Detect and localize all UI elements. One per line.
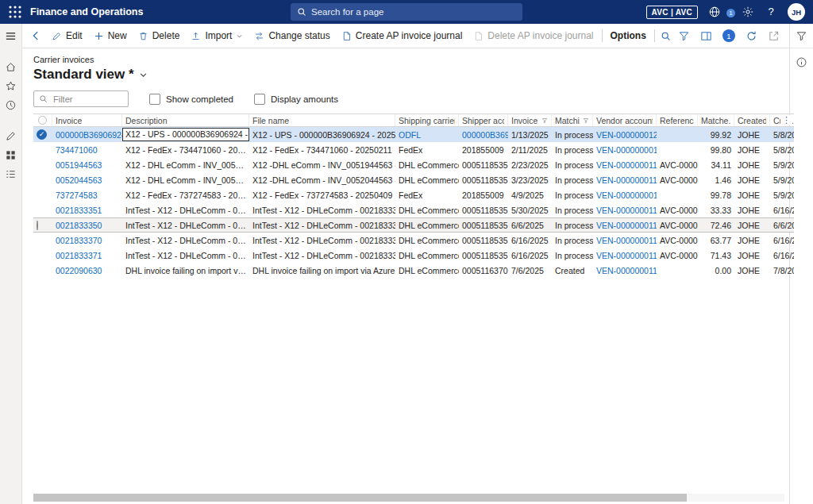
back-icon[interactable] xyxy=(30,30,41,41)
cell-invoice-link[interactable]: 0051944563 xyxy=(56,160,102,170)
cell-vendor-account-link[interactable]: VEN-000000011 xyxy=(596,221,657,230)
cell-invoice-link[interactable]: 0021833351 xyxy=(56,206,102,215)
app-title[interactable]: Finance and Operations xyxy=(30,6,143,17)
column-header-select[interactable] xyxy=(33,114,52,126)
cell-invoice[interactable]: 000000B36906924 xyxy=(52,130,122,140)
cell-vendor-account[interactable]: VEN-000000011 xyxy=(593,175,657,185)
cell-vendor-account[interactable]: VEN-000000011 xyxy=(593,266,657,275)
row-select-circle-icon[interactable] xyxy=(37,221,38,230)
options-button[interactable]: Options xyxy=(605,24,652,48)
view-selector[interactable]: Standard view * xyxy=(33,67,789,83)
show-completed-checkbox[interactable]: Show completed xyxy=(149,94,233,105)
favorites-icon[interactable] xyxy=(5,80,17,92)
home-icon[interactable] xyxy=(5,61,17,73)
cell-invoice-link[interactable]: 0021833350 xyxy=(56,221,102,230)
menu-icon[interactable] xyxy=(5,30,17,42)
cell-vendor-account[interactable]: VEN-000000011 xyxy=(593,236,657,245)
column-header-reference[interactable]: Reference jo... xyxy=(657,114,698,126)
table-row[interactable]: ✓000000B36906924X12 - UPS - 000000B36906… xyxy=(33,127,794,142)
cell-shipping-carrier-link[interactable]: ODFL xyxy=(399,130,421,140)
cell-vendor-account-link[interactable]: VEN-000000011 xyxy=(596,175,657,185)
cell-invoice[interactable]: 0052044563 xyxy=(52,175,122,185)
globe-icon[interactable] xyxy=(708,6,721,18)
horizontal-scrollbar[interactable] xyxy=(33,494,784,502)
cell-invoice-link[interactable]: 737274583 xyxy=(56,190,98,200)
delete-ap-invoice-journal-button[interactable]: Delete AP invoice journal xyxy=(468,24,599,48)
create-ap-invoice-journal-button[interactable]: Create AP invoice journal xyxy=(336,24,468,48)
select-all-circle-icon[interactable] xyxy=(38,116,47,125)
filter-input[interactable] xyxy=(52,94,119,105)
cell-vendor-account[interactable]: VEN-000000011 xyxy=(593,160,657,170)
info-pane-toggle[interactable] xyxy=(790,48,813,75)
cell-invoice-link[interactable]: 734471060 xyxy=(56,145,98,155)
cell-invoice-link[interactable]: 0052044563 xyxy=(56,175,102,185)
cell-vendor-account[interactable]: VEN-000000011 xyxy=(593,206,657,215)
display-amounts-checkbox[interactable]: Display amounts xyxy=(254,94,338,105)
table-row[interactable]: 0021833351IntTest - X12 - DHLeComm - 002… xyxy=(33,202,794,217)
app-launcher-icon[interactable] xyxy=(8,5,22,19)
column-header-file_name[interactable]: File name xyxy=(249,114,395,126)
cell-vendor-account-link[interactable]: VEN-000000011 xyxy=(596,160,657,170)
table-row[interactable]: 0051944563X12 - DHL eComm - INV_00519445… xyxy=(33,157,794,172)
help-icon[interactable]: ? xyxy=(765,6,777,18)
cell-invoice[interactable]: 737274583 xyxy=(52,190,122,200)
column-filter-icon[interactable] xyxy=(583,117,589,124)
cell-invoice-link[interactable]: 0022090630 xyxy=(56,266,102,275)
change-status-button[interactable]: Change status xyxy=(249,24,335,48)
filter-pane-toggle[interactable] xyxy=(790,24,813,48)
cell-vendor-account-link[interactable]: VEN-000000011 xyxy=(596,206,657,215)
table-row[interactable]: 0022090630DHL invoice failing on import … xyxy=(33,263,794,278)
cell-invoice[interactable]: 0021833371 xyxy=(52,251,122,260)
cell-vendor-account[interactable]: VEN-000000011 xyxy=(593,251,657,260)
cell-invoice[interactable]: 0021833351 xyxy=(52,206,122,215)
table-row[interactable]: 0021833371IntTest - X12 - DHLeComm - 002… xyxy=(33,248,794,263)
edit-button[interactable]: Edit xyxy=(46,24,88,48)
cell-vendor-account[interactable]: VEN-000000001 xyxy=(593,190,657,200)
grid-filter-box[interactable] xyxy=(33,90,129,107)
column-header-created_by[interactable]: Created by xyxy=(734,114,770,126)
cell-vendor-account[interactable]: VEN-000000012 xyxy=(593,130,657,140)
cell-vendor-account-link[interactable]: VEN-000000001 xyxy=(596,145,657,155)
cell-invoice[interactable]: 734471060 xyxy=(52,145,122,155)
open-new-window-icon[interactable] xyxy=(768,30,780,42)
table-row[interactable]: 734471060X12 - FedEx - 734471060 - 20250… xyxy=(33,142,794,157)
avatar[interactable]: JH xyxy=(788,3,805,21)
scrollbar-thumb[interactable] xyxy=(33,494,687,502)
column-header-invoice_date[interactable]: Invoice d... xyxy=(508,114,552,126)
show-list-icon[interactable] xyxy=(700,30,712,42)
environment-badge[interactable]: AVC | AVC xyxy=(646,6,698,19)
table-row[interactable]: 0021833370IntTest - X12 - DHLeComm - 002… xyxy=(33,233,794,248)
global-search-input[interactable]: Search for a page xyxy=(291,3,522,21)
cell-invoice-link[interactable]: 000000B36906924 xyxy=(56,130,122,140)
refresh-icon[interactable] xyxy=(746,30,757,42)
column-filter-icon[interactable] xyxy=(541,117,548,124)
column-header-status[interactable]: Matchi... xyxy=(552,114,593,126)
table-row[interactable]: 0021833350IntTest - X12 - DHLeComm - 002… xyxy=(33,217,794,233)
cell-invoice[interactable]: 0021833370 xyxy=(52,236,122,245)
column-header-vendor_account[interactable]: Vendor account xyxy=(593,114,657,126)
cell-vendor-account-link[interactable]: VEN-000000011 xyxy=(596,266,657,275)
table-row[interactable]: 0052044563X12 - DHL eComm - INV_00520445… xyxy=(33,172,794,187)
column-header-description[interactable]: Description xyxy=(122,114,249,126)
modules-icon[interactable] xyxy=(5,149,17,161)
delete-button[interactable]: Delete xyxy=(133,24,186,48)
table-row[interactable]: 737274583X12 - FedEx - 737274583 - 20250… xyxy=(33,187,794,202)
cell-invoice-link[interactable]: 0021833371 xyxy=(56,251,102,260)
compose-icon[interactable] xyxy=(5,130,17,142)
filter-records-icon[interactable] xyxy=(678,30,690,42)
grid-options-icon[interactable]: ⋮ xyxy=(780,115,792,125)
import-button[interactable]: Import xyxy=(185,24,249,48)
description-edit-cell[interactable]: X12 - UPS - 000000B36906924 - 20250103.D… xyxy=(122,128,249,141)
cell-vendor-account-link[interactable]: VEN-000000011 xyxy=(596,236,657,245)
list-icon[interactable] xyxy=(5,168,17,180)
column-header-matched[interactable]: Matche... xyxy=(698,114,734,126)
cell-vendor-account-link[interactable]: VEN-000000001 xyxy=(596,190,657,200)
cell-shipper-account-link[interactable]: 000000B36906 xyxy=(462,130,508,140)
recent-icon[interactable] xyxy=(5,99,17,111)
message-count-badge[interactable]: 1 xyxy=(722,29,735,42)
cell-vendor-account-link[interactable]: VEN-000000011 xyxy=(596,251,657,260)
cell-vendor-account[interactable]: VEN-000000011 xyxy=(593,221,657,230)
cell-invoice[interactable]: 0021833350 xyxy=(52,221,122,230)
settings-gear-icon[interactable] xyxy=(742,6,754,18)
row-selected-check-icon[interactable]: ✓ xyxy=(37,129,47,140)
